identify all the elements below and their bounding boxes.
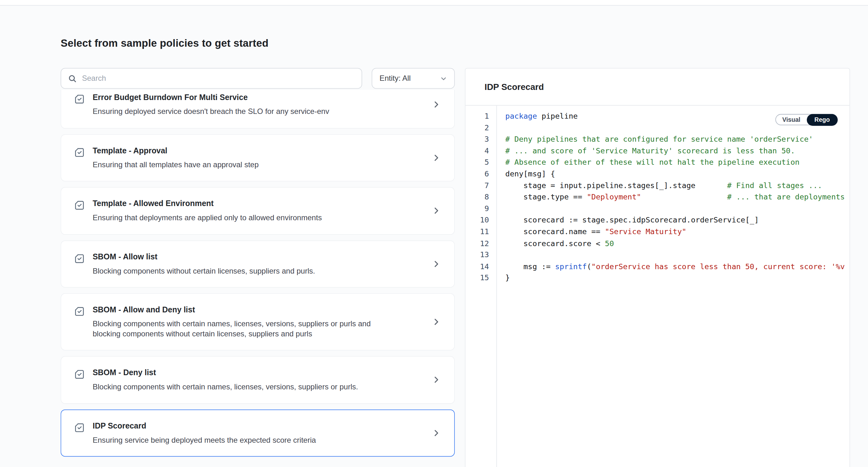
code-line: } (505, 273, 849, 284)
policy-text: Template - Allowed EnvironmentEnsuring t… (93, 199, 322, 223)
line-number: 11 (466, 226, 489, 238)
chevron-right-icon (432, 206, 441, 215)
policy-preview-panel: IDP Scorecard Visual Rego 12345678910111… (465, 68, 850, 467)
page-title: Select from sample policies to get start… (61, 37, 850, 49)
code-line: # Absence of either of these will not ha… (505, 157, 849, 169)
policy-text: Template - ApprovalEnsuring that all tem… (93, 146, 259, 170)
line-number: 4 (466, 145, 489, 157)
code-line (505, 203, 849, 215)
main-row: Entity: All Error Budget Burndown For Mu… (61, 68, 850, 467)
scale-wrapper: Select from sample policies to get start… (0, 0, 868, 467)
policy-check-icon (73, 305, 85, 339)
policy-description: Ensuring that deployments are applied on… (93, 213, 322, 223)
code-line: deny[msg] { (505, 169, 849, 180)
line-number: 6 (466, 169, 489, 180)
view-toggle: Visual Rego (776, 114, 838, 125)
policy-title: Template - Approval (93, 146, 259, 155)
policy-description: Ensuring that all templates have an appr… (93, 160, 259, 170)
code-editor[interactable]: 123456789101112131415 package pipeline #… (466, 106, 850, 467)
line-number: 8 (466, 192, 489, 203)
code-line: # ... and score of 'Service Maturity' sc… (505, 145, 849, 157)
main-content: Select from sample policies to get start… (0, 6, 868, 467)
policy-title: Error Budget Burndown For Multi Service (93, 93, 329, 102)
code-line: # Deny pipelines that are configured for… (505, 134, 849, 145)
app-viewport: Select from sample policies to get start… (0, 0, 868, 467)
line-number-gutter: 123456789101112131415 (466, 106, 497, 467)
policy-title: SBOM - Allow list (93, 252, 315, 261)
chevron-right-icon (432, 317, 441, 326)
line-number: 3 (466, 134, 489, 145)
policy-check-icon (73, 369, 85, 392)
policy-check-icon (73, 253, 85, 276)
chevron-right-icon (432, 153, 441, 162)
policy-card[interactable]: IDP ScorecardEnsuring service being depl… (61, 409, 455, 457)
preview-panel-header: IDP Scorecard (466, 68, 850, 106)
line-number: 7 (466, 180, 489, 192)
chevron-right-icon (432, 259, 441, 268)
code-line: scorecard.score < 50 (505, 238, 849, 250)
search-input-wrapper (61, 68, 362, 89)
policy-list: Error Budget Burndown For Multi ServiceE… (61, 90, 455, 467)
code-line (505, 250, 849, 261)
line-number: 10 (466, 215, 489, 227)
policy-check-icon (73, 421, 85, 445)
policy-list-column: Entity: All Error Budget Burndown For Mu… (61, 68, 455, 467)
search-icon (68, 74, 76, 83)
code-line: stage = input.pipeline.stages[_].stage #… (505, 180, 849, 192)
policy-description: Blocking components with certain names, … (93, 319, 373, 339)
policy-description: Blocking components without certain lice… (93, 266, 315, 276)
policy-card[interactable]: Template - Allowed EnvironmentEnsuring t… (61, 187, 455, 234)
policy-card[interactable]: SBOM - Allow and Deny listBlocking compo… (61, 293, 455, 351)
line-number: 12 (466, 238, 489, 250)
policy-description: Ensuring deployed service doesn't breach… (93, 107, 329, 116)
chevron-right-icon (432, 376, 441, 384)
entity-filter-dropdown[interactable]: Entity: All (372, 68, 455, 89)
line-number: 13 (466, 250, 489, 261)
top-chrome-strip (0, 0, 868, 6)
code-line: scorecard.name == "Service Maturity" (505, 226, 849, 238)
policy-description: Ensuring service being deployed meets th… (93, 435, 316, 445)
line-number: 14 (466, 261, 489, 273)
code-line: msg := sprintf("orderService has score l… (505, 261, 849, 273)
search-input[interactable] (82, 74, 355, 83)
policy-check-icon (73, 93, 85, 116)
code-line: scorecard := stage.spec.idpScorecard.ord… (505, 215, 849, 227)
policy-title: IDP Scorecard (93, 421, 316, 430)
policy-text: Error Budget Burndown For Multi ServiceE… (93, 93, 329, 117)
policy-description: Blocking components with certain names, … (93, 382, 358, 391)
policy-title: SBOM - Deny list (93, 368, 358, 377)
toggle-option-visual[interactable]: Visual (776, 114, 807, 125)
policy-text: SBOM - Allow and Deny listBlocking compo… (93, 305, 373, 339)
policy-card[interactable]: Error Budget Burndown For Multi ServiceE… (61, 90, 455, 128)
policy-check-icon (73, 199, 85, 223)
policy-text: SBOM - Allow listBlocking components wit… (93, 252, 315, 276)
policy-card[interactable]: SBOM - Deny listBlocking components with… (61, 356, 455, 404)
chevron-right-icon (432, 100, 441, 109)
line-number: 5 (466, 157, 489, 169)
line-number: 15 (466, 273, 489, 284)
chevron-down-icon (440, 75, 447, 82)
toggle-option-rego[interactable]: Rego (806, 114, 838, 125)
policy-text: SBOM - Deny listBlocking components with… (93, 368, 358, 392)
code-line: stage.type == "Deployment" # ... that ar… (505, 192, 849, 203)
policy-card[interactable]: Template - ApprovalEnsuring that all tem… (61, 134, 455, 181)
line-number: 9 (466, 203, 489, 215)
policy-title: Template - Allowed Environment (93, 199, 322, 208)
preview-title: IDP Scorecard (485, 82, 544, 92)
policy-check-icon (73, 146, 85, 170)
chevron-right-icon (432, 429, 441, 437)
filters-row: Entity: All (61, 68, 455, 89)
policy-card[interactable]: SBOM - Allow listBlocking components wit… (61, 240, 455, 288)
line-number: 1 (466, 111, 489, 122)
entity-filter-label: Entity: All (379, 74, 411, 83)
code-lines: package pipeline # Deny pipelines that a… (497, 106, 849, 467)
line-number: 2 (466, 122, 489, 134)
policy-title: SBOM - Allow and Deny list (93, 305, 373, 315)
policy-text: IDP ScorecardEnsuring service being depl… (93, 421, 316, 445)
